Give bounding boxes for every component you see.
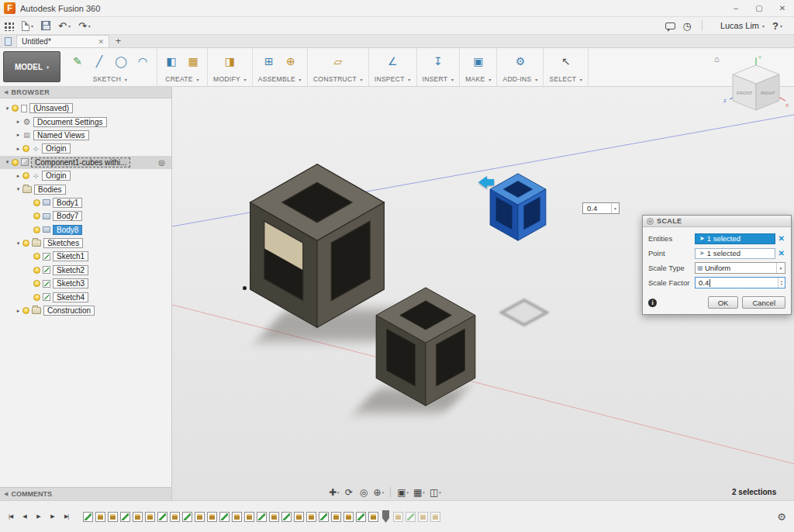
ribbon-group-label-sketch[interactable]: SKETCH ▾: [69, 73, 151, 83]
bulb-icon[interactable]: [33, 199, 40, 206]
browser-item-origin[interactable]: ▸Origin: [0, 142, 171, 155]
ok-button[interactable]: OK: [708, 296, 739, 309]
browser-item-origin[interactable]: ▸Origin: [0, 169, 171, 182]
browser-item-sketch3[interactable]: Sketch3: [0, 277, 171, 290]
help-button[interactable]: ?▾: [768, 18, 786, 33]
timeline-extrude-feature[interactable]: [368, 512, 378, 522]
collaboration-button[interactable]: [661, 18, 679, 33]
timeline-playhead[interactable]: [382, 510, 389, 523]
step-back-button[interactable]: ◀: [19, 511, 30, 523]
timeline-extrude-feature[interactable]: [232, 512, 242, 522]
document-tab-untitled[interactable]: Untitled* ✕: [16, 35, 109, 47]
timeline-extrude-feature[interactable]: [207, 512, 217, 522]
pattern-icon[interactable]: ▦: [185, 53, 202, 70]
browser-item-label[interactable]: (Unsaved): [29, 103, 73, 113]
step-forward-button[interactable]: ▶: [47, 511, 58, 523]
viewcube-right-face[interactable]: RIGHT: [761, 91, 775, 95]
ribbon-group-label-add-ins[interactable]: ADD-INS ▾: [502, 73, 537, 83]
browser-item-label[interactable]: Body7: [53, 211, 82, 221]
insert-icon[interactable]: ↧: [430, 53, 447, 70]
browser-item-label[interactable]: Sketch4: [53, 292, 88, 302]
timeline-extrude-feature[interactable]: [244, 512, 254, 522]
browser-item-unsaved[interactable]: ▾(Unsaved): [0, 102, 171, 115]
new-tab-button[interactable]: +: [109, 36, 127, 47]
expand-arrow-icon[interactable]: ▸: [14, 119, 22, 125]
info-icon[interactable]: i: [648, 299, 657, 307]
timeline-extrude-feature[interactable]: [331, 512, 341, 522]
browser-item-component1-cubes-withi[interactable]: ▾Component1-cubes withi...◎: [0, 156, 171, 169]
timeline-extrude-feature[interactable]: [294, 512, 304, 522]
ribbon-group-label-inspect[interactable]: INSPECT ▾: [375, 73, 411, 83]
look-at-button[interactable]: ◎: [357, 485, 371, 499]
entities-selection-chip[interactable]: ➤1 selected: [695, 233, 775, 244]
ribbon-group-label-create[interactable]: CREATE ▾: [163, 73, 202, 83]
timeline-sketch-feature[interactable]: [182, 512, 192, 522]
browser-item-label[interactable]: Component1-cubes withi...: [31, 157, 130, 168]
close-button[interactable]: ✕: [771, 0, 794, 16]
maximize-button[interactable]: ▢: [747, 0, 771, 16]
browser-item-label[interactable]: Origin: [42, 143, 71, 154]
model-cube-small-selected[interactable]: [487, 171, 549, 243]
display-settings-button[interactable]: ▣▾: [395, 485, 410, 499]
expand-arrow-icon[interactable]: ▾: [3, 159, 12, 165]
timeline-sketch-feature[interactable]: [406, 512, 416, 522]
point-selection-chip[interactable]: ➤1 selected: [695, 248, 775, 259]
data-panel-toggle-button[interactable]: [0, 18, 18, 33]
expand-arrow-icon[interactable]: ▸: [14, 173, 22, 179]
timeline-extrude-feature[interactable]: [418, 512, 428, 522]
bulb-icon[interactable]: [12, 105, 19, 112]
viewcube-front-face[interactable]: FRONT: [737, 91, 753, 95]
cancel-button[interactable]: Cancel: [742, 296, 785, 309]
timeline-extrude-feature[interactable]: [195, 512, 205, 522]
ribbon-group-label-insert[interactable]: INSERT ▾: [423, 73, 454, 83]
timeline-settings-icon[interactable]: ⚙: [777, 511, 794, 523]
job-status-button[interactable]: ◷: [679, 18, 696, 33]
grid-and-snaps-button[interactable]: ▦▾: [412, 485, 426, 499]
browser-item-label[interactable]: Sketch2: [53, 265, 88, 275]
spinner-icons[interactable]: ▲▼: [778, 278, 785, 288]
browser-item-body7[interactable]: Body7: [0, 209, 171, 223]
timeline-extrude-feature[interactable]: [170, 512, 180, 522]
undo-button[interactable]: ↶▾: [54, 18, 74, 33]
bulb-icon[interactable]: [22, 145, 29, 152]
collapse-icon[interactable]: ◀: [4, 491, 8, 497]
timeline-extrude-feature[interactable]: [145, 512, 155, 522]
circle-icon[interactable]: ◯: [112, 53, 129, 70]
timeline-sketch-feature[interactable]: [157, 512, 167, 522]
expand-arrow-icon[interactable]: ▾: [14, 186, 22, 192]
browser-item-label[interactable]: Named Views: [33, 130, 89, 140]
timeline-sketch-feature[interactable]: [257, 512, 267, 522]
redo-button[interactable]: ↷▾: [74, 18, 95, 33]
bulb-icon[interactable]: [22, 172, 29, 179]
save-button[interactable]: [37, 18, 54, 33]
timeline-sketch-feature[interactable]: [319, 512, 329, 522]
chevron-down-icon[interactable]: ▼: [611, 203, 619, 213]
dialog-grip-icon[interactable]: [647, 218, 654, 225]
go-to-end-button[interactable]: ▶|: [60, 511, 72, 523]
model-cube-large[interactable]: [243, 159, 392, 333]
expand-arrow-icon[interactable]: ▸: [14, 308, 22, 314]
file-menu-button[interactable]: ▾: [18, 18, 37, 33]
timeline-extrude-feature[interactable]: [343, 512, 354, 522]
minimize-button[interactable]: –: [724, 0, 747, 16]
expand-arrow-icon[interactable]: ▾: [14, 240, 22, 247]
browser-item-bodies[interactable]: ▾Bodies: [0, 182, 171, 195]
create-sketch-icon[interactable]: ✎: [69, 53, 86, 70]
scale-factor-input[interactable]: 0.4 ▲▼: [695, 277, 785, 288]
bulb-icon[interactable]: [33, 212, 40, 219]
pan-button[interactable]: ✚▾: [327, 485, 341, 499]
construction-plane-icon[interactable]: ▱: [330, 53, 347, 70]
go-to-start-button[interactable]: |◀: [5, 511, 16, 523]
timeline-extrude-feature[interactable]: [393, 512, 403, 522]
extrude-icon[interactable]: ◧: [163, 53, 180, 70]
timeline-extrude-feature[interactable]: [430, 512, 440, 522]
browser-header[interactable]: ◀ BROWSER: [0, 87, 171, 98]
viewports-button[interactable]: ◫▾: [428, 485, 443, 499]
play-button[interactable]: ▶: [33, 511, 44, 523]
dialog-header[interactable]: SCALE: [643, 216, 791, 227]
bulb-icon[interactable]: [33, 280, 40, 287]
scale-value-input[interactable]: 0.4 ▼: [582, 202, 620, 214]
scale-manipulator-arrow[interactable]: [478, 176, 494, 188]
scale-type-dropdown[interactable]: ▦ Uniform ▼: [695, 262, 785, 274]
browser-item-label[interactable]: Origin: [42, 171, 71, 181]
